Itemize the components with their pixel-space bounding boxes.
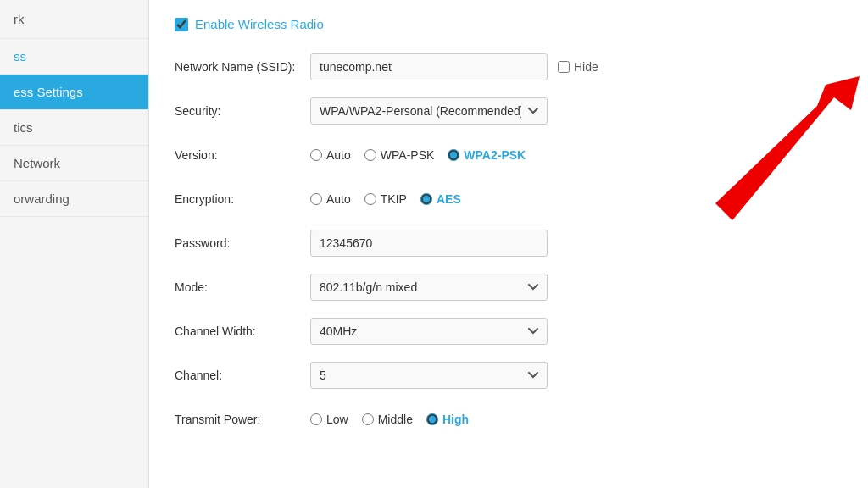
transmit-power-label: Transmit Power: <box>175 413 310 426</box>
security-value: WPA/WPA2-Personal (Recommended) <box>310 97 843 125</box>
version-label: Version: <box>175 148 310 162</box>
version-wpa2-option[interactable]: WPA2-PSK <box>448 148 526 162</box>
encryption-label: Encryption: <box>175 192 310 206</box>
sidebar-item-tics[interactable]: tics <box>0 110 148 146</box>
enable-wireless-row: Enable Wireless Radio <box>175 17 843 31</box>
sidebar: rk ss ess Settings tics Network orwardin… <box>0 0 149 488</box>
version-wpa-option[interactable]: WPA-PSK <box>364 148 435 162</box>
sidebar-item-wireless-settings[interactable]: ess Settings <box>0 75 148 110</box>
sidebar-item-rk[interactable]: rk <box>0 0 148 39</box>
encryption-value: Auto TKIP AES <box>310 192 843 206</box>
power-middle-radio[interactable] <box>362 413 374 425</box>
channel-row: Channel: 1234 5678 91011 <box>175 360 843 391</box>
channel-label: Channel: <box>175 369 310 382</box>
hide-option: Hide <box>558 60 598 74</box>
channel-value: 1234 5678 91011 <box>310 362 843 389</box>
mode-value: 802.11b/g/n mixed 802.11b only 802.11g o… <box>310 274 843 301</box>
version-auto-option[interactable]: Auto <box>310 148 351 162</box>
password-row: Password: <box>175 228 843 258</box>
encryption-radio-group: Auto TKIP AES <box>310 192 843 206</box>
channel-width-select[interactable]: 20MHz 40MHz Auto <box>310 318 548 345</box>
channel-width-label: Channel Width: <box>175 324 310 338</box>
network-name-input[interactable] <box>310 53 548 80</box>
encryption-tkip-radio[interactable] <box>364 193 376 205</box>
password-input[interactable] <box>310 230 548 257</box>
power-middle-option[interactable]: Middle <box>362 413 413 426</box>
password-label: Password: <box>175 236 310 250</box>
version-auto-radio[interactable] <box>310 149 322 161</box>
mode-label: Mode: <box>175 280 310 294</box>
encryption-auto-option[interactable]: Auto <box>310 192 351 206</box>
version-value: Auto WPA-PSK WPA2-PSK <box>310 148 843 162</box>
channel-select[interactable]: 1234 5678 91011 <box>310 362 548 389</box>
channel-width-row: Channel Width: 20MHz 40MHz Auto <box>175 316 843 347</box>
security-row: Security: WPA/WPA2-Personal (Recommended… <box>175 96 843 126</box>
network-name-row: Network Name (SSID): Hide <box>175 52 843 82</box>
security-select[interactable]: WPA/WPA2-Personal (Recommended) <box>310 97 548 125</box>
transmit-power-radio-group: Low Middle High <box>310 413 843 426</box>
version-radio-group: Auto WPA-PSK WPA2-PSK <box>310 148 843 162</box>
encryption-auto-radio[interactable] <box>310 193 322 205</box>
hide-label: Hide <box>574 60 598 74</box>
power-low-radio[interactable] <box>310 413 322 425</box>
encryption-tkip-option[interactable]: TKIP <box>364 192 407 206</box>
power-high-radio[interactable] <box>426 413 438 425</box>
power-low-option[interactable]: Low <box>310 413 348 426</box>
network-name-value: Hide <box>310 53 843 80</box>
version-row: Version: Auto WPA-PSK WPA2-PSK <box>175 140 843 170</box>
network-name-label: Network Name (SSID): <box>175 60 310 74</box>
encryption-aes-radio[interactable] <box>420 193 432 205</box>
mode-row: Mode: 802.11b/g/n mixed 802.11b only 802… <box>175 272 843 302</box>
encryption-row: Encryption: Auto TKIP AES <box>175 184 843 214</box>
sidebar-item-network[interactable]: Network <box>0 146 148 181</box>
hide-ssid-checkbox[interactable] <box>558 61 570 73</box>
transmit-power-value: Low Middle High <box>310 413 843 426</box>
encryption-aes-option[interactable]: AES <box>420 192 461 206</box>
main-content: Enable Wireless Radio Network Name (SSID… <box>149 0 868 488</box>
power-high-option[interactable]: High <box>426 413 469 426</box>
mode-select[interactable]: 802.11b/g/n mixed 802.11b only 802.11g o… <box>310 274 548 301</box>
enable-wireless-label: Enable Wireless Radio <box>195 17 324 31</box>
version-wpa2-radio[interactable] <box>448 149 459 161</box>
version-wpa-radio[interactable] <box>364 149 376 161</box>
sidebar-item-forwarding[interactable]: orwarding <box>0 181 148 217</box>
sidebar-item-ss[interactable]: ss <box>0 39 148 75</box>
channel-width-value: 20MHz 40MHz Auto <box>310 318 843 345</box>
transmit-power-row: Transmit Power: Low Middle High <box>175 404 843 435</box>
password-value <box>310 230 843 257</box>
security-label: Security: <box>175 104 310 118</box>
enable-wireless-checkbox[interactable] <box>175 18 188 31</box>
